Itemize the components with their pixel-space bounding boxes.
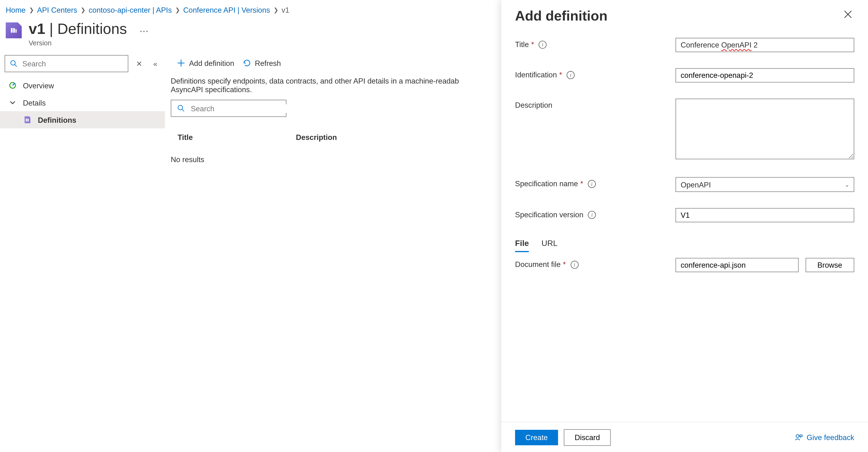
info-icon[interactable]: i — [588, 180, 596, 188]
definitions-search-input[interactable] — [191, 104, 287, 113]
add-definition-button[interactable]: Add definition — [177, 59, 234, 67]
tab-url[interactable]: URL — [541, 238, 557, 252]
svg-rect-6 — [26, 119, 27, 122]
sidebar-search[interactable] — [4, 55, 128, 72]
document-file-label: Document file * i — [515, 258, 676, 269]
search-icon — [177, 104, 185, 113]
definition-icon — [23, 115, 32, 124]
give-feedback-link[interactable]: Give feedback — [794, 433, 854, 442]
plus-icon — [177, 59, 185, 67]
breadcrumb-home[interactable]: Home — [6, 6, 26, 14]
title-label: Title * i — [515, 38, 676, 49]
info-icon[interactable]: i — [567, 71, 575, 79]
spec-version-label: Specification version i — [515, 208, 676, 219]
add-definition-panel: Add definition Title * i Conference Open… — [501, 0, 868, 452]
svg-point-14 — [796, 434, 799, 437]
clear-icon[interactable]: ✕ — [134, 59, 145, 68]
discard-button[interactable]: Discard — [564, 429, 611, 446]
refresh-icon — [242, 59, 251, 67]
search-icon — [10, 60, 18, 68]
feedback-icon — [794, 433, 803, 442]
chevron-right-icon: ❯ — [175, 7, 180, 13]
spec-name-label: Specification name * i — [515, 177, 676, 188]
column-description[interactable]: Description — [296, 133, 337, 142]
svg-rect-7 — [27, 119, 29, 122]
more-actions-button[interactable]: ⋯ — [140, 26, 149, 37]
sidebar-item-details[interactable]: Details — [0, 94, 165, 111]
svg-point-10 — [178, 105, 183, 110]
browse-button[interactable]: Browse — [805, 258, 855, 272]
definition-resource-icon — [6, 23, 22, 38]
identification-input[interactable] — [676, 68, 855, 83]
chevron-down-icon: ⌄ — [845, 181, 849, 188]
sidebar: ✕ « Overview Details Definitions — [0, 53, 165, 174]
svg-point-3 — [11, 61, 15, 65]
sidebar-item-label: Details — [23, 98, 45, 107]
overview-icon — [8, 81, 17, 90]
sidebar-search-input[interactable] — [23, 59, 123, 68]
page-subtitle: Version — [29, 39, 127, 47]
svg-line-4 — [15, 65, 17, 67]
chevron-right-icon: ❯ — [81, 7, 85, 13]
chevron-right-icon: ❯ — [274, 7, 278, 13]
sidebar-item-label: Overview — [23, 81, 54, 90]
identification-label: Identification * i — [515, 68, 676, 79]
refresh-button[interactable]: Refresh — [242, 59, 281, 67]
collapse-sidebar-icon[interactable]: « — [150, 59, 160, 68]
info-icon[interactable]: i — [538, 40, 547, 49]
svg-rect-1 — [13, 28, 15, 33]
sidebar-item-definitions[interactable]: Definitions — [0, 111, 165, 128]
page-title: v1 | Definitions — [29, 20, 127, 38]
breadcrumb-current: v1 — [281, 6, 289, 14]
svg-rect-0 — [11, 28, 13, 33]
chevron-right-icon: ❯ — [29, 7, 34, 13]
document-file-input[interactable] — [676, 258, 799, 272]
breadcrumb-conference-versions[interactable]: Conference API | Versions — [183, 6, 270, 14]
svg-rect-2 — [16, 29, 17, 32]
title-input[interactable]: Conference OpenAPI 2 — [676, 38, 855, 52]
panel-footer: Create Discard Give feedback — [501, 422, 868, 452]
column-title[interactable]: Title — [178, 133, 193, 142]
close-panel-button[interactable] — [842, 8, 855, 21]
sidebar-item-overview[interactable]: Overview — [0, 77, 165, 94]
create-button[interactable]: Create — [515, 430, 558, 445]
upload-tabs: File URL — [515, 238, 855, 252]
definitions-search[interactable] — [171, 100, 286, 117]
chevron-down-icon — [8, 98, 17, 107]
sidebar-item-label: Definitions — [38, 116, 76, 124]
close-icon — [844, 10, 852, 19]
description-input[interactable] — [676, 99, 855, 159]
panel-title: Add definition — [515, 8, 608, 24]
svg-line-11 — [182, 109, 184, 111]
description-label: Description — [515, 99, 676, 110]
info-icon[interactable]: i — [588, 211, 596, 219]
breadcrumb-api-centers[interactable]: API Centers — [37, 6, 77, 14]
tab-file[interactable]: File — [515, 238, 529, 252]
spec-version-input[interactable] — [676, 208, 855, 222]
breadcrumb-contoso-apis[interactable]: contoso-api-center | APIs — [89, 6, 172, 14]
info-icon[interactable]: i — [570, 261, 579, 269]
spec-name-select[interactable]: OpenAPI ⌄ — [676, 177, 855, 192]
